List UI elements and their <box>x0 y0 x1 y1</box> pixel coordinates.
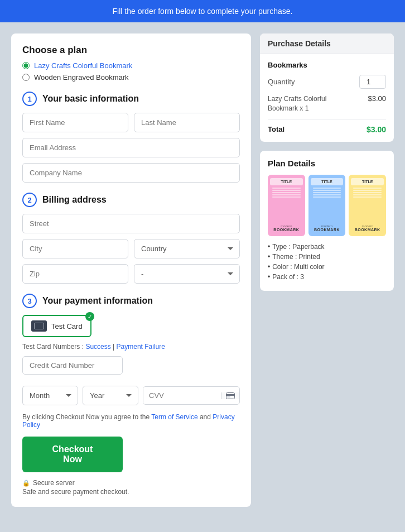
purchase-details-box: Purchase Details Bookmarks Quantity Lazy… <box>260 33 394 142</box>
lock-icon: 🔒 <box>22 480 30 487</box>
top-banner: Fill the order form below to complete yo… <box>0 0 405 22</box>
street-input[interactable] <box>22 214 240 233</box>
year-select[interactable]: Year <box>83 386 138 405</box>
name-row <box>22 113 240 132</box>
plan-details-box: Plan Details TITLE modern <box>260 151 394 291</box>
city-country-row: Country <box>22 239 240 258</box>
bookmark-footer-3: modern BOOKMARK <box>351 224 384 232</box>
terms-line: By clicking Checkout Now you agree to th… <box>22 413 240 429</box>
banner-text: Fill the order form below to complete yo… <box>113 7 293 16</box>
step-3-label: Your payment information <box>42 296 153 306</box>
company-input[interactable] <box>22 163 240 183</box>
choose-plan-title: Choose a plan <box>22 45 240 56</box>
bookmarks-label: Bookmarks <box>268 61 386 69</box>
city-input[interactable] <box>22 239 128 258</box>
step-1-circle: 1 <box>22 92 37 106</box>
plan-details-list: Type : Paperback Theme : Printed Color :… <box>268 243 386 281</box>
street-row <box>22 214 240 233</box>
svg-rect-1 <box>226 394 235 396</box>
bookmark-title-1: TITLE <box>270 178 303 185</box>
month-select[interactable]: Month <box>22 386 78 405</box>
plan-detail-3: Color : Multi color <box>268 263 386 271</box>
plan-label-2: Wooden Engraved Bookmark <box>34 73 129 82</box>
tos-link[interactable]: Term of Service <box>151 413 197 421</box>
svg-rect-2 <box>227 396 230 397</box>
step-3-circle: 3 <box>22 294 37 308</box>
city-field <box>22 239 128 258</box>
test-card-box[interactable]: Test Card ✓ <box>22 315 91 337</box>
bookmark-footer-2: modern BOOKMARK <box>311 224 344 232</box>
cvv-input[interactable] <box>143 387 221 404</box>
card-icon <box>31 320 47 332</box>
test-card-checkmark: ✓ <box>85 312 94 321</box>
first-name-field <box>22 113 128 132</box>
success-link[interactable]: Success <box>85 343 110 351</box>
bookmark-footer-1: modern BOOKMARK <box>270 224 303 232</box>
item-price: $3.00 <box>368 94 386 103</box>
plan-detail-2: Theme : Printed <box>268 253 386 261</box>
step-2-label: Billing address <box>42 195 107 205</box>
test-numbers-line: Test Card Numbers : Success | Payment Fa… <box>22 343 240 351</box>
plan-label-1: Lazy Crafts Colorful Bookmark <box>34 61 132 70</box>
left-panel: Choose a plan Lazy Crafts Colorful Bookm… <box>11 33 251 507</box>
plan-details-title: Plan Details <box>268 159 386 168</box>
plan-option-2[interactable]: Wooden Engraved Bookmark <box>22 73 240 82</box>
purchase-details-title: Purchase Details <box>260 33 394 54</box>
failure-link[interactable]: Payment Failure <box>117 343 165 351</box>
total-price: $3.00 <box>367 125 386 134</box>
plan-radio-1[interactable] <box>22 62 30 69</box>
cvv-icon <box>221 392 239 399</box>
safe-text: Safe and secure payment checkout. <box>22 488 240 496</box>
item-row: Lazy Crafts Colorful Bookmark x 1 $3.00 <box>268 94 386 119</box>
bookmark-title-3: TITLE <box>351 178 384 185</box>
page-wrapper: Fill the order form below to complete yo… <box>0 0 405 532</box>
bookmark-images: TITLE modern BOOKMARK <box>268 175 386 236</box>
state-field: - <box>134 264 240 284</box>
quantity-label: Quantity <box>268 78 295 86</box>
country-field: Country <box>134 239 240 258</box>
step-1-heading: 1 Your basic information <box>22 92 240 106</box>
plan-detail-1: Type : Paperback <box>268 243 386 251</box>
card-icon-inner <box>34 323 44 329</box>
cc-number-input[interactable] <box>22 356 123 375</box>
bookmark-card-3: TITLE modern BOOKMARK <box>349 175 386 236</box>
main-content: Choose a plan Lazy Crafts Colorful Bookm… <box>0 22 405 518</box>
payment-row: Month Year <box>22 386 240 405</box>
bookmark-lines-1 <box>270 188 303 224</box>
zip-input[interactable] <box>22 264 128 284</box>
email-input[interactable] <box>22 138 240 157</box>
checkout-button[interactable]: Checkout Now <box>22 437 123 472</box>
total-row: Total $3.00 <box>268 125 386 134</box>
bookmark-card-1: TITLE modern BOOKMARK <box>268 175 305 236</box>
total-label: Total <box>268 125 285 133</box>
last-name-field <box>134 113 240 132</box>
right-panel: Purchase Details Bookmarks Quantity Lazy… <box>260 33 394 507</box>
bookmark-card-2: TITLE modern BOOKMARK <box>308 175 346 236</box>
cc-number-row <box>22 356 240 380</box>
zip-state-row: - <box>22 264 240 284</box>
step-2-circle: 2 <box>22 193 37 207</box>
bookmark-title-2: TITLE <box>311 178 344 185</box>
state-select[interactable]: - <box>134 264 240 284</box>
company-row <box>22 163 240 183</box>
plan-option-1[interactable]: Lazy Crafts Colorful Bookmark <box>22 61 240 70</box>
country-select[interactable]: Country <box>134 239 240 258</box>
bookmark-lines-3 <box>351 188 384 224</box>
test-card-label: Test Card <box>51 322 83 330</box>
zip-field <box>22 264 128 284</box>
secure-server: 🔒 Secure server <box>22 479 240 487</box>
step-1-label: Your basic information <box>42 94 139 104</box>
email-row <box>22 138 240 157</box>
quantity-input[interactable] <box>359 75 386 89</box>
cvv-wrapper <box>143 386 240 405</box>
last-name-input[interactable] <box>134 113 240 132</box>
quantity-row: Quantity <box>268 75 386 89</box>
step-3-heading: 3 Your payment information <box>22 294 240 308</box>
bookmark-lines-2 <box>311 188 344 224</box>
first-name-input[interactable] <box>22 113 128 132</box>
step-2-heading: 2 Billing address <box>22 193 240 207</box>
item-name: Lazy Crafts Colorful Bookmark x 1 <box>268 94 340 113</box>
plan-radio-2[interactable] <box>22 74 30 81</box>
plan-detail-4: Pack of : 3 <box>268 273 386 281</box>
